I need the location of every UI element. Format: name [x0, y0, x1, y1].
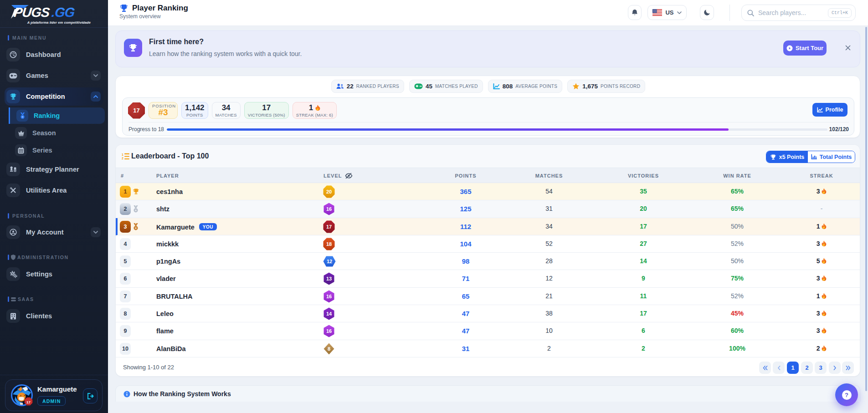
svg-text:1: 1 — [122, 153, 123, 156]
svg-text:16: 16 — [326, 206, 332, 212]
svg-text:20: 20 — [326, 189, 332, 194]
svg-text:17: 17 — [326, 224, 332, 229]
svg-text:18: 18 — [326, 241, 332, 247]
svg-text:14: 14 — [326, 311, 332, 316]
svg-text:8: 8 — [328, 346, 330, 352]
svg-text:PUGS: PUGS — [13, 5, 51, 19]
svg-text:16: 16 — [326, 294, 332, 299]
svg-text:13: 13 — [326, 276, 332, 281]
svg-text:.GG: .GG — [51, 5, 76, 19]
svg-text:16: 16 — [326, 328, 332, 334]
svg-text:12: 12 — [327, 259, 332, 264]
svg-text:17: 17 — [26, 400, 31, 404]
svg-text:2: 2 — [122, 157, 123, 160]
